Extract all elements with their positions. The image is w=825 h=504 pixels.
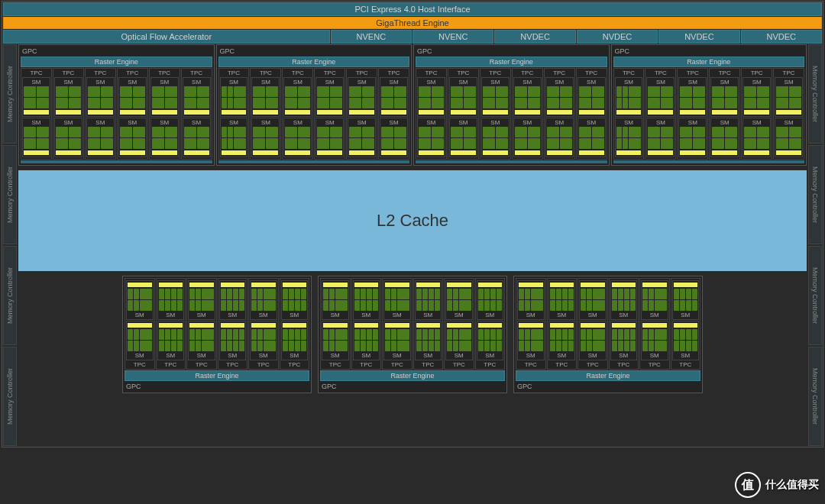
cuda-core	[202, 341, 213, 351]
cuda-core	[490, 329, 502, 340]
cuda-core	[397, 300, 409, 311]
rt-tensor-bar	[159, 283, 183, 287]
rt-tensor-bar	[253, 150, 278, 155]
sm-label: SM	[612, 352, 636, 359]
cuda-core	[624, 300, 636, 311]
nvdec-block: NVDEC	[577, 30, 658, 44]
sm-block: SM	[283, 77, 312, 117]
raster-engine: Raster Engine	[21, 57, 212, 67]
sm-label: SM	[712, 79, 737, 86]
polymorph-bar	[613, 160, 805, 163]
sm-block: SM	[615, 77, 643, 117]
cuda-core	[744, 98, 756, 108]
sm-block: SM	[348, 118, 376, 157]
cuda-core	[693, 127, 705, 137]
tpc-block: TPC SM SM	[512, 68, 543, 160]
cuda-core	[519, 300, 530, 311]
cuda-core	[264, 289, 275, 299]
cuda-core	[531, 341, 542, 351]
gpc-label: GPC	[613, 47, 805, 56]
rt-tensor-bar	[24, 110, 49, 115]
tpc-label: TPC	[220, 69, 248, 76]
cuda-core	[490, 289, 502, 299]
sm-label: SM	[515, 119, 540, 126]
cuda-core	[159, 329, 170, 340]
sm-block: SM	[251, 77, 280, 117]
sm-label: SM	[349, 119, 374, 126]
cuda-core	[317, 98, 329, 108]
cuda-core	[152, 98, 164, 108]
sm-label: SM	[581, 352, 605, 359]
tpc-label: TPC	[250, 361, 277, 368]
tpc-label: TPC	[615, 69, 643, 76]
cuda-core	[367, 289, 378, 299]
sm-block: SM	[150, 77, 179, 117]
memory-controller: Memory Controller	[808, 246, 822, 345]
cuda-core	[712, 138, 724, 149]
cuda-core	[354, 300, 366, 311]
cuda-core	[165, 86, 177, 97]
cuda-core	[266, 86, 278, 97]
sm-block: SM	[678, 118, 707, 157]
cuda-core	[757, 138, 769, 149]
cuda-core	[447, 289, 458, 299]
cuda-core	[159, 289, 170, 299]
cuda-core	[674, 289, 685, 299]
raster-engine: Raster Engine	[613, 57, 805, 67]
sm-label: SM	[385, 352, 409, 359]
tpc-label: TPC	[678, 69, 707, 76]
gpc-row-bottom: SM SM TPC SM SM TPC SM SM TPC SM	[18, 276, 807, 393]
rt-tensor-bar	[519, 323, 543, 328]
gpc-block: SM SM TPC SM SM TPC SM SM TPC SM	[122, 276, 312, 393]
cuda-core	[612, 300, 623, 311]
cuda-core	[295, 329, 306, 340]
cuda-core	[447, 300, 458, 311]
cuda-core	[349, 98, 361, 108]
tpc-block: TPC SM SM	[741, 68, 772, 160]
cuda-core	[416, 341, 428, 351]
rt-tensor-bar	[579, 110, 604, 115]
sm-block: SM	[54, 118, 82, 157]
rt-tensor-bar	[642, 283, 667, 287]
cuda-core	[184, 127, 196, 137]
sm-block: SM	[383, 280, 411, 320]
sm-label: SM	[616, 119, 642, 126]
cuda-core	[165, 98, 177, 108]
cuda-core	[266, 138, 278, 149]
tpc-block: SM SM TPC	[156, 278, 186, 370]
cuda-core	[478, 329, 490, 340]
sm-label: SM	[222, 79, 247, 86]
rt-tensor-bar	[547, 150, 572, 155]
sm-block: SM	[251, 118, 280, 157]
cuda-core	[128, 300, 139, 311]
cuda-core	[317, 127, 329, 137]
cuda-core	[547, 98, 559, 108]
tpc-block: TPC SM SM	[613, 68, 645, 160]
cuda-core	[757, 86, 769, 97]
cuda-core	[24, 98, 36, 108]
cuda-core	[381, 98, 393, 108]
sm-block: SM	[54, 77, 82, 117]
cuda-core	[560, 138, 572, 149]
sm-block: SM	[86, 77, 115, 117]
cuda-core	[362, 86, 374, 97]
sm-block: SM	[157, 280, 185, 320]
cuda-core	[24, 138, 36, 149]
cuda-core	[385, 341, 396, 351]
tpc-block: SM SM TPC	[248, 278, 279, 370]
cuda-core	[362, 138, 374, 149]
raster-engine: Raster Engine	[218, 57, 410, 67]
sm-block: SM	[481, 77, 510, 117]
tpc-label: TPC	[513, 69, 542, 76]
cuda-core	[496, 98, 508, 108]
cuda-core	[222, 98, 234, 108]
tpc-label: TPC	[348, 69, 376, 76]
sm-label: SM	[283, 312, 307, 318]
sm-block: SM	[517, 321, 545, 360]
gpc-block: GPC Raster Engine TPC SM SM TPC SM SM TP…	[216, 44, 412, 166]
rt-tensor-bar	[515, 110, 540, 115]
rt-tensor-bar	[323, 283, 348, 287]
sm-label: SM	[581, 312, 605, 318]
cuda-core	[264, 329, 275, 340]
cuda-core	[133, 127, 145, 137]
